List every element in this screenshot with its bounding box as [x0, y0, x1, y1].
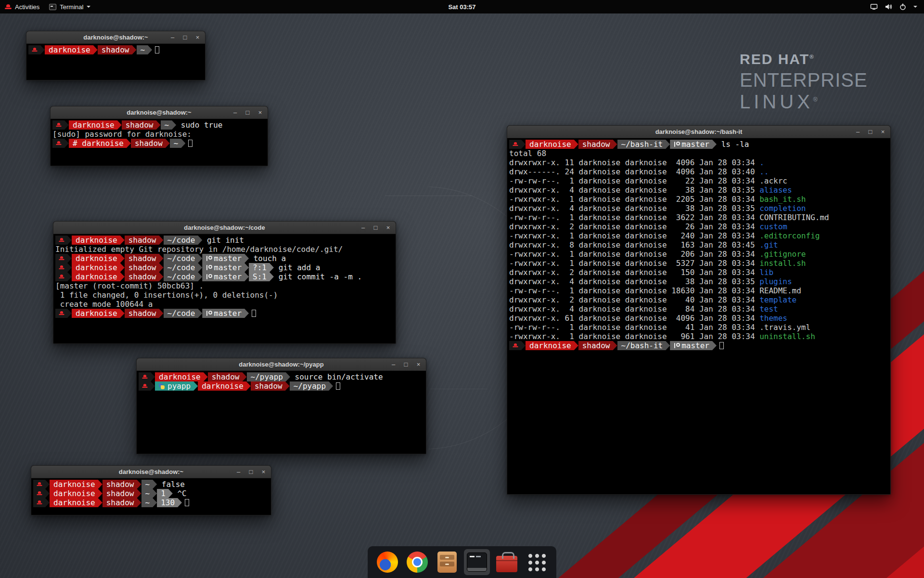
terminal-text: -rwxrwxr-x. 1 darknoise darknoise 961 Ja… — [509, 332, 759, 341]
window-titlebar[interactable]: darknoise@shadow:~ – □ × — [51, 106, 268, 119]
terminal-cursor — [188, 140, 192, 147]
segment-label: ~/code — [167, 236, 195, 245]
terminal-output[interactable]: darknoiseshadow~ sudo true[sudo] passwor… — [51, 119, 268, 166]
segment-label: shadow — [135, 139, 163, 148]
maximize-icon[interactable]: □ — [372, 224, 379, 231]
segment-label: ~ — [174, 139, 179, 148]
window-titlebar[interactable]: darknoise@shadow:~/bash-it – □ × — [507, 126, 890, 138]
terminal-text: -rwxrwxr-x. 1 darknoise darknoise 2205 J… — [509, 195, 759, 204]
prompt-segment: darknoise — [72, 254, 125, 263]
brand-enterprise: ENTERPRISE — [740, 69, 868, 91]
redhat-prompt-icon — [142, 384, 147, 388]
minimize-icon[interactable]: – — [855, 129, 861, 135]
window-title: darknoise@shadow:~ — [119, 468, 183, 475]
segment-label: ~/code — [167, 309, 195, 318]
maximize-icon[interactable]: □ — [867, 129, 873, 135]
branch-icon — [674, 342, 679, 349]
terminal-text: -rw-rw-r--. 1 darknoise darknoise 22 Jan… — [509, 176, 759, 185]
prompt-segment: master — [202, 272, 249, 281]
minimize-icon[interactable]: – — [169, 34, 176, 40]
dock-item-firefox[interactable] — [374, 549, 400, 575]
prompt-segment: darknoise — [50, 480, 103, 489]
terminal-line: total 68 — [509, 149, 888, 158]
terminal-output[interactable]: darknoiseshadow~ falsedarknoiseshadow~1 … — [31, 478, 271, 515]
terminal-output[interactable]: darknoiseshadow~/code git initInitialize… — [53, 234, 396, 343]
maximize-icon[interactable]: □ — [248, 469, 254, 475]
terminal-line: -rwxrwxr-x. 1 darknoise darknoise 2205 J… — [509, 195, 888, 204]
terminal-output[interactable]: darknoiseshadow~ — [26, 44, 205, 80]
chevron-down-icon — [87, 6, 90, 8]
prompt-hat-segment — [33, 489, 50, 498]
dock-item-terminal[interactable] — [464, 549, 490, 575]
close-icon[interactable]: × — [385, 224, 391, 231]
maximize-icon[interactable]: □ — [182, 34, 188, 40]
redhat-prompt-icon — [59, 256, 64, 261]
segment-label: shadow — [128, 263, 156, 272]
minimize-icon[interactable]: – — [235, 469, 242, 475]
segment-label: shadow — [582, 341, 610, 350]
prompt-segment: master — [670, 341, 717, 350]
segment-label: shadow — [126, 120, 154, 130]
dock-item-chrome[interactable] — [404, 549, 430, 575]
app-menu-terminal[interactable]: Terminal — [44, 0, 95, 13]
terminal-line: darknoiseshadow~/code git init — [55, 236, 394, 245]
redhat-prompt-icon — [59, 275, 64, 279]
chevron-down-icon — [913, 6, 917, 8]
window-titlebar[interactable]: darknoise@shadow:~ – □ × — [26, 31, 205, 44]
terminal-text: uninstall.sh — [759, 332, 815, 341]
minimize-icon[interactable]: – — [232, 109, 238, 116]
terminal-line: darknoiseshadow~/codemasterS:1 git commi… — [55, 272, 394, 281]
close-icon[interactable]: × — [260, 469, 267, 475]
dock — [368, 546, 556, 578]
prompt-segment: master — [202, 263, 249, 272]
close-icon[interactable]: × — [880, 129, 886, 135]
maximize-icon[interactable]: □ — [244, 109, 251, 116]
prompt-segment: master — [202, 254, 249, 263]
close-icon[interactable]: × — [194, 34, 201, 40]
redhat-prompt-icon — [56, 141, 61, 145]
branch-icon — [206, 255, 211, 262]
segment-label: ~/code — [167, 272, 195, 281]
terminal-text: drwxrwxr-x. 2 darknoise darknoise 150 Ja… — [509, 268, 759, 277]
window-titlebar[interactable]: darknoise@shadow:~/code – □ × — [53, 222, 396, 234]
system-status-area[interactable] — [870, 3, 924, 11]
terminal-text: .ackrc — [759, 176, 787, 185]
terminal-text: completion — [759, 204, 806, 213]
terminal-output[interactable]: darknoiseshadow~/bash-itmaster ls -latot… — [507, 138, 890, 494]
minimize-icon[interactable]: – — [360, 224, 366, 231]
toolbox-icon — [496, 556, 517, 572]
clock[interactable]: Sat 03:57 — [448, 3, 475, 11]
prompt-segment: S:1 — [249, 272, 274, 281]
prompt-segment: darknoise — [45, 45, 98, 54]
prompt-hat-segment — [509, 341, 526, 350]
minimize-icon[interactable]: – — [390, 361, 397, 368]
activities-button[interactable]: Activities — [0, 0, 44, 13]
dock-item-app-grid[interactable] — [524, 549, 550, 575]
dock-item-toolbox[interactable] — [494, 549, 520, 575]
maximize-icon[interactable]: □ — [403, 361, 409, 368]
close-icon[interactable]: × — [257, 109, 263, 116]
registered-mark: ® — [809, 53, 814, 60]
prompt-segment: shadow — [103, 480, 141, 489]
segment-label: master — [681, 140, 709, 149]
terminal-output[interactable]: darknoiseshadow~/pyapp source bin/activa… — [137, 371, 426, 454]
desktop-wallpaper: RED HAT® ENTERPRISE LINUX® darknoise@sha… — [0, 0, 924, 578]
terminal-text: install.sh — [759, 259, 806, 268]
segment-label: shadow — [128, 254, 156, 263]
prompt-segment: ~ — [137, 45, 153, 54]
window-titlebar[interactable]: darknoise@shadow:~ – □ × — [31, 466, 271, 478]
segment-label: shadow — [582, 140, 610, 149]
dock-item-files[interactable] — [434, 549, 460, 575]
terminal-text: test — [759, 304, 778, 314]
redhat-prompt-icon — [59, 265, 64, 270]
prompt-segment: ~/code — [164, 236, 203, 245]
terminal-text: drwxrwxr-x. 4 darknoise darknoise 38 Jan… — [509, 185, 759, 195]
segment-label: ~ — [165, 120, 169, 130]
terminal-icon — [467, 552, 487, 572]
terminal-line: drwxrwxr-x. 4 darknoise darknoise 84 Jan… — [509, 304, 888, 314]
window-titlebar[interactable]: darknoise@shadow:~/pyapp – □ × — [137, 358, 426, 371]
prompt-segment: ~/code — [164, 309, 203, 318]
close-icon[interactable]: × — [415, 361, 422, 368]
terminal-text: custom — [759, 222, 787, 231]
segment-label: darknoise — [53, 489, 95, 498]
